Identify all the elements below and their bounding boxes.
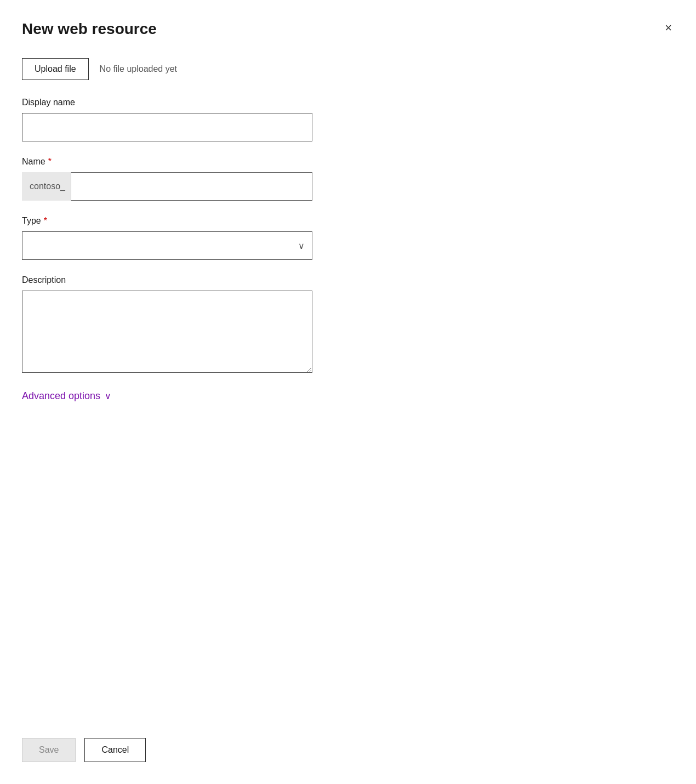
advanced-options-toggle[interactable]: Advanced options ∨	[22, 388, 674, 404]
type-select[interactable]	[22, 231, 312, 260]
name-required-star: *	[48, 157, 52, 167]
dialog-header: New web resource ×	[22, 20, 674, 38]
cancel-button[interactable]: Cancel	[84, 738, 146, 762]
description-textarea[interactable]	[22, 291, 312, 373]
dialog-title: New web resource	[22, 20, 157, 38]
type-select-wrapper: ∨	[22, 231, 312, 260]
display-name-label: Display name	[22, 98, 674, 107]
save-button[interactable]: Save	[22, 738, 76, 762]
display-name-input[interactable]	[22, 113, 312, 141]
type-label: Type *	[22, 216, 674, 226]
type-required-star: *	[44, 216, 47, 226]
upload-status-text: No file uploaded yet	[100, 64, 177, 74]
name-input-wrapper: contoso_	[22, 172, 312, 201]
description-group: Description	[22, 275, 674, 373]
advanced-options-chevron-icon: ∨	[105, 391, 111, 401]
name-label: Name *	[22, 157, 674, 167]
upload-file-button[interactable]: Upload file	[22, 58, 89, 80]
dialog-container: New web resource × Upload file No file u…	[0, 0, 696, 784]
display-name-group: Display name	[22, 98, 674, 141]
type-group: Type * ∨	[22, 216, 674, 260]
upload-section: Upload file No file uploaded yet	[22, 58, 674, 80]
dialog-footer: Save Cancel	[22, 716, 146, 762]
name-input[interactable]	[22, 172, 312, 201]
description-label: Description	[22, 275, 674, 285]
close-button[interactable]: ×	[663, 20, 674, 36]
name-group: Name * contoso_	[22, 157, 674, 201]
advanced-options-label: Advanced options	[22, 390, 100, 402]
